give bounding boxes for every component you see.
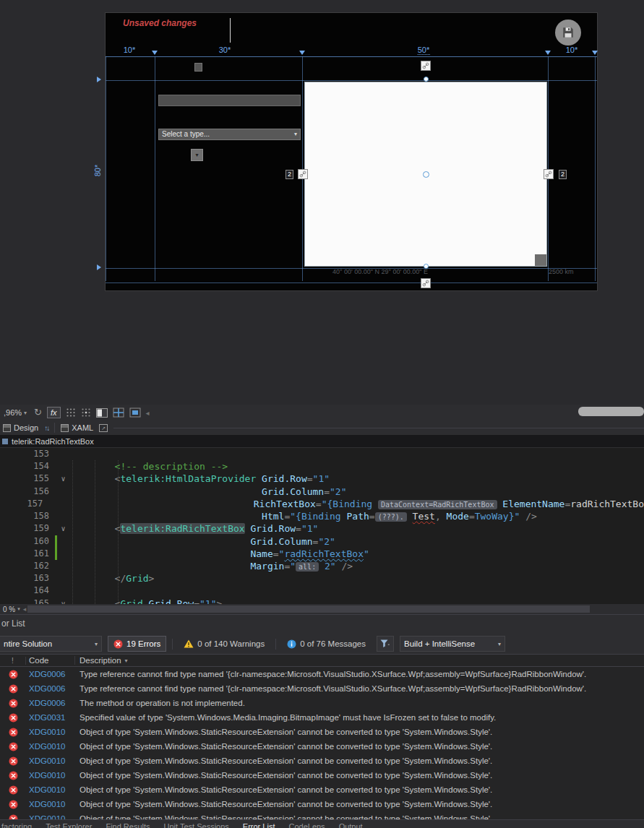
xaml-editor[interactable]: 153154<!-- description -->155∨<telerik:H… (0, 448, 644, 604)
code-line[interactable]: 155∨<telerik:HtmlDataProvider Grid.Row="… (0, 473, 644, 485)
panel-tab[interactable]: CodeLens (288, 822, 325, 828)
grid-column-size[interactable]: 30* (219, 46, 231, 54)
error-row[interactable]: XDG0031Specified value of type 'System.W… (0, 710, 644, 725)
zoom-combobox[interactable]: ,96% ▾ (1, 407, 29, 418)
fold-marker-icon[interactable] (57, 560, 69, 572)
fold-marker-icon[interactable] (57, 448, 69, 460)
code-line[interactable]: 156Grid.Column="2" (0, 486, 644, 498)
messages-toggle-button[interactable]: 0 of 76 Messages (282, 636, 371, 652)
snap-grid-icon[interactable] (66, 407, 76, 418)
grid-line-vertical[interactable] (155, 56, 155, 281)
code-line[interactable]: 154<!-- description --> (0, 460, 644, 473)
fold-marker-icon[interactable]: ∨ (57, 473, 69, 485)
collapse-left-icon[interactable]: ◂ (146, 409, 150, 417)
error-row[interactable]: XDG0006Type reference cannot find type n… (0, 681, 644, 696)
fold-marker-icon[interactable]: ∨ (57, 598, 69, 604)
code-line[interactable]: 164 (0, 585, 644, 597)
grid-row-marker[interactable] (97, 77, 101, 82)
grid-dots-icon[interactable] (81, 407, 91, 418)
grid-column-marker[interactable] (299, 51, 305, 55)
fold-marker-icon[interactable] (57, 535, 69, 548)
designer-artboard[interactable]: Unsaved changes 10* 30* 50* 10* (105, 12, 598, 291)
errors-toggle-button[interactable]: 19 Errors (108, 636, 166, 652)
fold-marker-icon[interactable] (57, 572, 69, 585)
code-line[interactable]: 161Name="radRichTextBox" (0, 548, 644, 560)
error-row[interactable]: XDG0010Object of type 'System.Windows.St… (0, 725, 644, 739)
panel-tab[interactable]: factoring (1, 822, 32, 828)
anchor-chain-icon[interactable] (421, 61, 431, 71)
snap-gridlines-icon[interactable] (113, 407, 124, 418)
fold-marker-icon[interactable] (57, 486, 69, 498)
anchor-chain-icon[interactable] (421, 278, 431, 288)
code-line[interactable]: 163</Grid> (0, 572, 644, 585)
fold-marker-icon[interactable] (57, 548, 69, 560)
anchor-chain-icon[interactable] (544, 169, 554, 179)
grid-line-horizontal[interactable] (106, 80, 597, 81)
grid-column-marker[interactable] (152, 51, 158, 55)
splitter-grip[interactable] (113, 428, 644, 428)
scroll-left-icon[interactable]: ◂ (23, 605, 27, 613)
designer-dropdown-button[interactable]: ▾ (191, 149, 203, 161)
code-line[interactable]: 165∨<Grid Grid.Row="1"> (0, 598, 644, 604)
resize-handle-top[interactable] (424, 77, 429, 82)
grid-column-size[interactable]: 10* (566, 46, 578, 54)
error-row[interactable]: XDG0006Type reference cannot find type n… (0, 667, 644, 681)
error-row[interactable]: XDG0010Object of type 'System.Windows.St… (0, 797, 644, 811)
code-line[interactable]: 162Margin="all: 2" /> (0, 560, 644, 572)
margin-label-left[interactable]: 2 (285, 170, 293, 179)
error-row[interactable]: XDG0010Object of type 'System.Windows.St… (0, 782, 644, 797)
save-button[interactable] (555, 20, 581, 46)
grid-column-marker[interactable] (545, 51, 551, 55)
panel-tab[interactable]: Output (339, 822, 363, 828)
code-line[interactable]: 160Grid.Column="2" (0, 535, 644, 548)
grid-column-marker[interactable] (592, 51, 598, 55)
margin-label-right[interactable]: 2 (559, 170, 567, 179)
swap-panes-button[interactable]: ↑↓ (44, 424, 48, 432)
warnings-toggle-button[interactable]: 0 of 140 Warnings (179, 636, 270, 652)
tab-xaml[interactable]: XAML (61, 423, 93, 432)
tab-design[interactable]: Design (3, 423, 38, 432)
panel-tab[interactable]: Test Explorer (46, 822, 92, 828)
designer-textbox[interactable] (158, 95, 301, 106)
editor-hscrollbar-thumb[interactable] (27, 605, 590, 613)
source-filter-dropdown[interactable]: Build + IntelliSense ▾ (400, 636, 505, 652)
panel-tab[interactable]: Find Results (106, 822, 150, 828)
refresh-icon[interactable]: ↻ (34, 407, 42, 418)
code-line[interactable]: 159∨<telerik:RadRichTextBox Grid.Row="1" (0, 522, 644, 535)
effects-button[interactable]: fx (47, 407, 61, 418)
error-row[interactable]: XDG0010Object of type 'System.Windows.St… (0, 768, 644, 782)
grid-line-horizontal[interactable] (106, 283, 597, 283)
anchor-chain-icon[interactable] (298, 169, 308, 179)
grid-line-vertical[interactable] (595, 56, 596, 281)
error-row[interactable]: XDG0010Object of type 'System.Windows.St… (0, 754, 644, 768)
grid-row-size[interactable]: 80* (93, 165, 102, 177)
code-line[interactable]: 157RichTextBox="{Binding DataContext=Rad… (0, 498, 644, 510)
artboard-background-icon[interactable] (96, 408, 108, 418)
fold-marker-icon[interactable] (51, 498, 61, 510)
grid-row-marker[interactable] (97, 264, 101, 270)
description-column-header[interactable]: Description ▾ (75, 656, 644, 665)
grid-column-size[interactable]: 10* (124, 46, 136, 54)
filter-button[interactable] (377, 636, 394, 652)
designer-combobox[interactable]: Select a type... ▾ (158, 129, 301, 140)
scope-filter-dropdown[interactable]: ntire Solution ▾ (0, 636, 102, 652)
grid-column-size[interactable]: 50* (418, 46, 430, 55)
design-hscrollbar-thumb[interactable] (578, 407, 644, 416)
code-column-header[interactable]: Code (26, 656, 75, 665)
center-handle[interactable] (423, 171, 429, 178)
panel-tab[interactable]: Unit Test Sessions (164, 822, 229, 828)
fold-marker-icon[interactable] (57, 585, 69, 597)
code-line[interactable]: 158Html="{Binding Path=(???). Test, Mode… (0, 510, 644, 522)
code-line[interactable]: 153 (0, 448, 644, 460)
resize-thumb[interactable] (535, 254, 546, 266)
fold-marker-icon[interactable]: ∨ (57, 522, 69, 535)
editor-zoom-combobox[interactable]: 0 % ▾ (0, 605, 23, 613)
severity-column-header[interactable]: ! (0, 657, 26, 665)
popout-button[interactable]: ↗ (99, 424, 108, 432)
error-row[interactable]: XDG0010Object of type 'System.Windows.St… (0, 739, 644, 754)
error-row[interactable]: XDG0006The method or operation is not im… (0, 696, 644, 710)
fold-marker-icon[interactable] (57, 510, 69, 522)
fold-marker-icon[interactable] (57, 460, 69, 473)
element-breadcrumb[interactable]: telerik:RadRichTextBox (0, 435, 644, 448)
snaplines-icon[interactable] (129, 407, 141, 418)
